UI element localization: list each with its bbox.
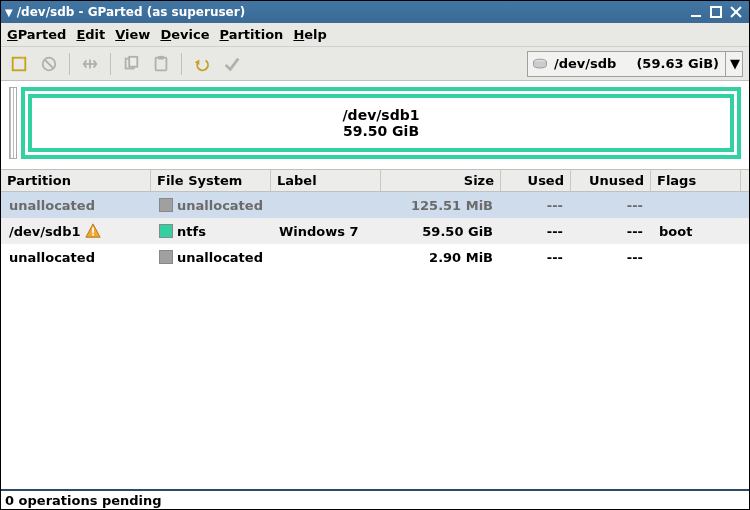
col-flags[interactable]: Flags (651, 170, 741, 191)
fs-swatch (159, 198, 173, 212)
fs-name: unallocated (177, 250, 263, 265)
menu-edit[interactable]: Edit (76, 27, 105, 42)
menu-gparted[interactable]: GParted (7, 27, 66, 42)
label-cell: Windows 7 (271, 224, 381, 239)
svg-rect-11 (129, 56, 137, 66)
fs-name: unallocated (177, 198, 263, 213)
col-label[interactable]: Label (271, 170, 381, 191)
device-path: /dev/sdb (554, 56, 616, 71)
close-button[interactable] (727, 4, 745, 20)
toolbar-separator (181, 53, 182, 75)
title-bar: ▼ /dev/sdb - GParted (as superuser) (1, 1, 749, 23)
window-menu-icon[interactable]: ▼ (5, 7, 13, 18)
svg-rect-17 (92, 227, 94, 232)
table-row[interactable]: unallocated unallocated 2.90 MiB --- --- (1, 244, 749, 270)
toolbar-separator (69, 53, 70, 75)
menu-help[interactable]: Help (293, 27, 326, 42)
svg-line-7 (45, 59, 54, 68)
menu-view[interactable]: View (115, 27, 150, 42)
size-cell: 125.51 MiB (381, 198, 501, 213)
toolbar-separator (110, 53, 111, 75)
menu-device[interactable]: Device (160, 27, 209, 42)
partition-name: /dev/sdb1 (9, 224, 81, 239)
diagram-partition[interactable]: /dev/sdb1 59.50 GiB (28, 94, 734, 152)
new-partition-button[interactable] (7, 52, 31, 76)
used-cell: --- (501, 224, 571, 239)
undo-button[interactable] (190, 52, 214, 76)
diagram-partition-size: 59.50 GiB (343, 123, 419, 139)
svg-rect-1 (711, 7, 721, 17)
partition-name: unallocated (9, 198, 95, 213)
diagram-partition-name: /dev/sdb1 (343, 107, 420, 123)
svg-rect-12 (156, 57, 167, 70)
size-cell: 2.90 MiB (381, 250, 501, 265)
device-size: (59.63 GiB) (636, 56, 719, 71)
status-text: 0 operations pending (5, 493, 162, 508)
copy-button[interactable] (119, 52, 143, 76)
window-title: /dev/sdb - GParted (as superuser) (17, 5, 245, 19)
fs-name: ntfs (177, 224, 206, 239)
partition-table: Partition File System Label Size Used Un… (1, 170, 749, 489)
table-row[interactable]: unallocated unallocated 125.51 MiB --- -… (1, 192, 749, 218)
diagram-handle (9, 87, 17, 159)
table-body: unallocated unallocated 125.51 MiB --- -… (1, 192, 749, 489)
minimize-button[interactable] (687, 4, 705, 20)
toolbar: /dev/sdb (59.63 GiB) ▼ (1, 47, 749, 81)
svg-rect-18 (92, 234, 94, 236)
unused-cell: --- (571, 250, 651, 265)
fs-swatch (159, 224, 173, 238)
used-cell: --- (501, 198, 571, 213)
fs-swatch (159, 250, 173, 264)
device-selector[interactable]: /dev/sdb (59.63 GiB) ▼ (527, 51, 743, 77)
partition-name: unallocated (9, 250, 95, 265)
maximize-button[interactable] (707, 4, 725, 20)
table-row[interactable]: /dev/sdb1 ntfs Windows 7 59.50 GiB --- -… (1, 218, 749, 244)
table-header-row: Partition File System Label Size Used Un… (1, 170, 749, 192)
col-filesystem[interactable]: File System (151, 170, 271, 191)
col-unused[interactable]: Unused (571, 170, 651, 191)
col-size[interactable]: Size (381, 170, 501, 191)
unused-cell: --- (571, 224, 651, 239)
partition-diagram[interactable]: /dev/sdb1 59.50 GiB (1, 81, 749, 170)
status-bar: 0 operations pending (1, 489, 749, 509)
svg-rect-4 (13, 57, 26, 70)
col-partition[interactable]: Partition (1, 170, 151, 191)
svg-rect-13 (158, 55, 163, 59)
flags-cell: boot (651, 224, 741, 239)
used-cell: --- (501, 250, 571, 265)
menu-bar: GParted Edit View Device Partition Help (1, 23, 749, 47)
unused-cell: --- (571, 198, 651, 213)
size-cell: 59.50 GiB (381, 224, 501, 239)
chevron-down-icon: ▼ (725, 52, 740, 76)
apply-button[interactable] (220, 52, 244, 76)
disk-icon (532, 57, 548, 71)
col-used[interactable]: Used (501, 170, 571, 191)
delete-partition-button[interactable] (37, 52, 61, 76)
resize-move-button[interactable] (78, 52, 102, 76)
menu-partition[interactable]: Partition (219, 27, 283, 42)
paste-button[interactable] (149, 52, 173, 76)
warning-icon (85, 223, 101, 239)
